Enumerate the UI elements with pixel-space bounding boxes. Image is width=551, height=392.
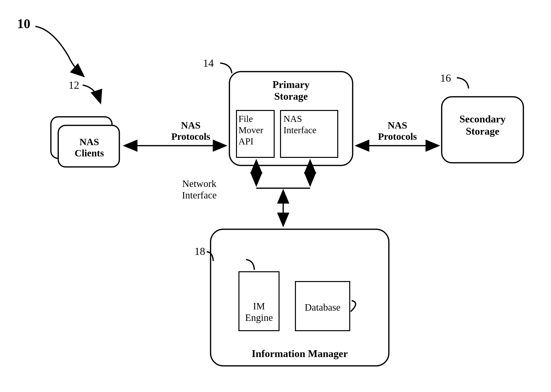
ref-12: 12 <box>68 79 79 91</box>
network-interface-l1: Network <box>175 178 224 189</box>
nas-protocols-right-l1: NAS <box>373 120 422 131</box>
nas-interface-l2: Interface <box>283 125 316 135</box>
im-engine-box: IM Engine <box>238 271 280 331</box>
network-interface-l2: Interface <box>175 189 224 201</box>
nas-protocols-right-l2: Protocols <box>373 131 422 142</box>
nas-clients-label-2: Clients <box>67 147 111 159</box>
ref-14: 14 <box>203 57 214 69</box>
ref-16: 16 <box>440 72 451 84</box>
primary-title-1: Primary <box>229 79 353 90</box>
primary-storage-box: Primary Storage File Mover API NAS Inter… <box>229 71 353 166</box>
information-manager-box: IM Engine Database Information Manager <box>210 229 390 367</box>
im-engine-l1: IM <box>239 300 279 312</box>
im-title: Information Manager <box>210 348 390 359</box>
database-label: Database <box>296 302 349 313</box>
secondary-l1: Secondary <box>441 113 524 125</box>
primary-title-2: Storage <box>229 90 353 102</box>
nas-protocols-left-l1: NAS <box>166 120 215 131</box>
database-box: Database <box>295 281 350 331</box>
file-mover-l1: File <box>238 113 253 124</box>
ref-10: 10 <box>17 16 30 31</box>
im-engine-l2: Engine <box>239 312 279 323</box>
nas-clients-box: NAS Clients <box>50 116 121 169</box>
file-mover-l3: API <box>238 136 253 147</box>
nas-protocols-left-l2: Protocols <box>166 131 215 142</box>
nas-interface-box: NAS Interface <box>280 110 338 158</box>
nas-clients-label-1: NAS <box>67 136 111 148</box>
file-mover-api-box: File Mover API <box>236 110 275 158</box>
secondary-storage-box: Secondary Storage <box>441 96 524 163</box>
file-mover-l2: Mover <box>238 125 263 135</box>
secondary-l2: Storage <box>441 125 524 137</box>
nas-interface-l1: NAS <box>283 113 302 124</box>
ref-18: 18 <box>194 245 205 258</box>
